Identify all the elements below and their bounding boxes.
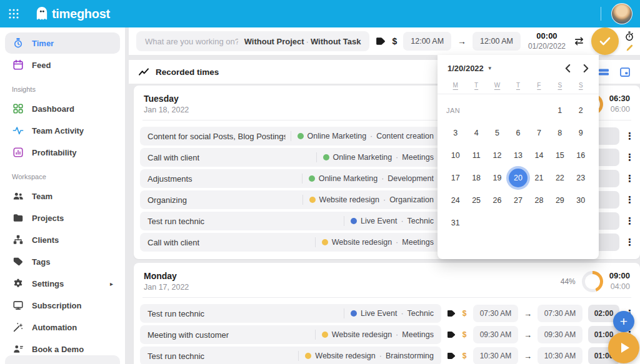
calendar-day[interactable]: 8	[549, 122, 570, 144]
calendar-day[interactable]: 26	[487, 189, 508, 212]
day-name: Monday	[144, 271, 189, 281]
start-time[interactable]: 09:30 AM	[473, 326, 518, 343]
avatar[interactable]	[611, 3, 632, 24]
calendar-day[interactable]: 2	[571, 99, 591, 122]
time-entry[interactable]: Test run technic Website redesign · Brai…	[140, 347, 441, 364]
tag-icon[interactable]	[447, 352, 456, 360]
app-launcher-icon[interactable]	[8, 8, 19, 19]
calendar-day[interactable]: 17	[445, 167, 466, 189]
row-menu-icon[interactable]: ⋮	[625, 215, 634, 227]
calendar-day[interactable]: 6	[508, 122, 528, 144]
sidebar-item-team[interactable]: Team	[5, 185, 120, 207]
entry-project: Website redesign · Brainstorming	[298, 351, 434, 361]
calendar-day[interactable]: 4	[466, 122, 486, 144]
calendar-day[interactable]: 11	[466, 144, 486, 167]
time-entry[interactable]: Content for social Posts, Blog Postings,…	[140, 127, 441, 145]
sidebar-item-team-activity[interactable]: Team Activity	[5, 120, 120, 141]
tag-icon[interactable]	[376, 37, 386, 46]
duration-date-selector[interactable]: 00:00 01/20/2022	[527, 31, 567, 51]
calendar-month-label: JAN	[445, 99, 466, 122]
time-entry[interactable]: Call with client Website redesign · Meet…	[140, 233, 441, 252]
next-month-icon[interactable]	[583, 64, 589, 72]
row-menu-icon[interactable]: ⋮	[625, 194, 634, 205]
sidebar-item-profitability[interactable]: Profitability	[5, 142, 120, 163]
list-view-icon[interactable]	[599, 68, 609, 76]
calendar-day[interactable]: 20	[508, 167, 528, 189]
task-name: Brainstorming	[386, 352, 434, 360]
calendar-day[interactable]: 25	[466, 189, 486, 212]
calendar-day[interactable]: 30	[571, 189, 591, 212]
time-entry[interactable]: Call with client Online Marketing · Meet…	[140, 148, 441, 167]
ghost-icon	[33, 5, 51, 22]
timer-date: 01/20/2022	[528, 42, 566, 51]
prev-month-icon[interactable]	[565, 64, 571, 72]
time-entry[interactable]: Test run technic Live Event · Technic	[140, 212, 441, 230]
calendar-day[interactable]: 19	[487, 167, 508, 189]
sidebar-item-clients[interactable]: Clients	[5, 229, 120, 250]
calendar-day[interactable]: 23	[571, 167, 591, 189]
sidebar-item-projects[interactable]: Projects	[5, 207, 120, 229]
calendar-day[interactable]: 16	[571, 144, 591, 167]
calendar-day[interactable]: 21	[529, 167, 549, 189]
sidebar-item-label: Tags	[32, 257, 50, 267]
billable-icon[interactable]: $	[461, 309, 468, 318]
start-timer-button[interactable]	[608, 332, 639, 363]
time-entry[interactable]: Organizing Website redesign · Organizati…	[140, 190, 441, 209]
calendar-day[interactable]: 1	[549, 99, 570, 122]
timeghost-logo[interactable]: timeghost	[33, 5, 110, 22]
calendar-day[interactable]: 12	[487, 144, 508, 167]
swap-times-icon[interactable]	[573, 36, 585, 46]
time-entry[interactable]: Adjustments Online Marketing · Developme…	[140, 169, 441, 188]
calendar-empty-cell	[529, 99, 549, 122]
end-time[interactable]: 10:30 AM	[538, 347, 582, 364]
stopwatch-mode-icon[interactable]	[625, 31, 634, 41]
sidebar-item-dashboard[interactable]: Dashboard	[5, 98, 120, 119]
calendar-day[interactable]: 13	[508, 144, 528, 167]
time-entry[interactable]: Test run technic Live Event · Technic	[140, 304, 441, 323]
end-time-input[interactable]: 12:00 AM	[472, 32, 521, 51]
calendar-title[interactable]: 1/20/2022	[448, 64, 484, 73]
calendar-day[interactable]: 7	[529, 122, 549, 144]
sidebar-item-timer[interactable]: Timer	[5, 32, 120, 54]
sidebar-item-feed[interactable]: Feed	[5, 54, 120, 76]
row-menu-icon[interactable]: ⋮	[625, 173, 634, 184]
calendar-day[interactable]: 9	[571, 122, 591, 144]
billable-icon[interactable]: $	[461, 330, 468, 339]
calendar-day[interactable]: 28	[529, 189, 549, 212]
calendar-day[interactable]: 27	[508, 189, 528, 212]
sidebar-nav: Timer Feed Insights Dashboard Team Activ…	[0, 32, 125, 360]
calendar-day[interactable]: 31	[445, 212, 466, 234]
confirm-entry-button[interactable]	[591, 27, 619, 55]
billable-icon[interactable]: $	[392, 36, 397, 46]
tag-icon[interactable]	[447, 310, 456, 317]
manual-mode-pencil-icon[interactable]	[626, 44, 634, 52]
calendar-day[interactable]: 5	[487, 122, 508, 144]
calendar-day[interactable]: 18	[466, 167, 486, 189]
task-description-input[interactable]	[145, 37, 238, 46]
add-entry-button[interactable]: +	[613, 311, 634, 332]
calendar-day[interactable]: 29	[549, 189, 570, 212]
end-time[interactable]: 09:30 AM	[538, 326, 582, 343]
calendar-day[interactable]: 10	[445, 144, 466, 167]
calendar-day[interactable]: 3	[445, 122, 466, 144]
sidebar-item-tags[interactable]: Tags	[5, 251, 120, 272]
time-entry[interactable]: Meeting with customer Website redesign ·…	[140, 325, 441, 344]
end-time[interactable]: 07:30 AM	[538, 305, 582, 322]
tag-icon[interactable]	[447, 331, 456, 338]
calendar-day[interactable]: 15	[549, 144, 570, 167]
sidebar-item-settings[interactable]: Settings ▸	[5, 273, 120, 294]
row-menu-icon[interactable]: ⋮	[625, 130, 634, 142]
calendar-day[interactable]: 22	[549, 167, 570, 189]
sidebar-item-automation[interactable]: Automation	[5, 317, 120, 338]
start-time[interactable]: 10:30 AM	[473, 347, 518, 364]
row-menu-icon[interactable]: ⋮	[625, 152, 634, 163]
billable-icon[interactable]: $	[461, 352, 468, 360]
calendar-day[interactable]: 24	[445, 189, 466, 212]
sidebar-item-subscription[interactable]: Subscription	[5, 295, 120, 316]
row-menu-icon[interactable]: ⋮	[625, 237, 634, 248]
start-time[interactable]: 07:30 AM	[473, 305, 518, 322]
start-time-input[interactable]: 12:00 AM	[403, 32, 451, 51]
calendar-view-icon[interactable]	[620, 67, 630, 77]
project-selector[interactable]: Without Project·Without Task	[244, 37, 361, 46]
calendar-day[interactable]: 14	[529, 144, 549, 167]
